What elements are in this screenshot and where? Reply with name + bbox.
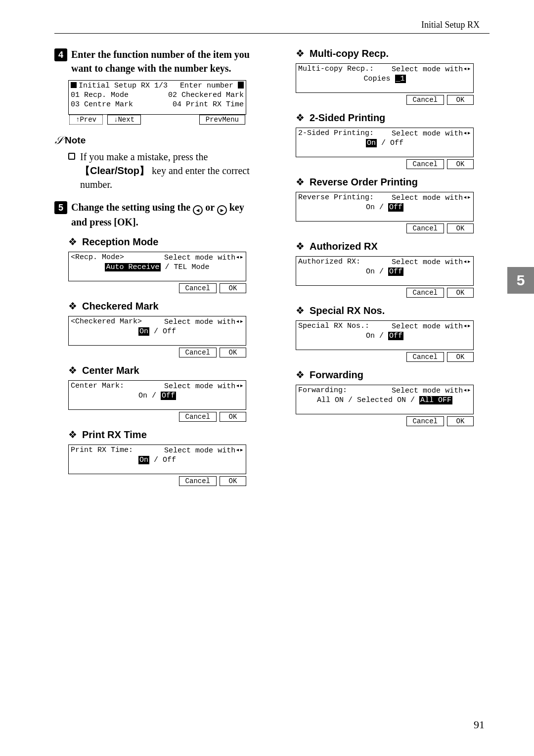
- value-rest: / Off: [149, 456, 176, 464]
- lcd-title: <Checkered Mark>: [71, 317, 142, 327]
- heading-special: Special RX Nos.: [310, 305, 385, 316]
- left-column: 4 Enter the function number of the item …: [54, 47, 262, 490]
- lcd-initial-menu: Initial Setup RX 1/3 Enter number 01 Rec…: [68, 80, 246, 125]
- cancel-button[interactable]: Cancel: [406, 223, 444, 233]
- ok-button[interactable]: OK: [220, 348, 246, 357]
- value-rest: / Off: [149, 327, 176, 336]
- lcd-reverse: Reverse Printing: Select mode with◂▸ On …: [296, 192, 474, 233]
- ok-button[interactable]: OK: [447, 223, 474, 233]
- cursor-icon: [238, 82, 244, 89]
- value-pre: On /: [366, 203, 388, 212]
- lcd-title: Authorized RX:: [298, 258, 360, 267]
- diamond-icon: ❖: [296, 305, 305, 316]
- cancel-button[interactable]: Cancel: [406, 95, 444, 105]
- left-right-icon: ◂▸: [463, 65, 471, 74]
- diamond-icon: ❖: [296, 112, 305, 124]
- heading-checkered-mark: Checkered Mark: [82, 301, 159, 312]
- page-number: 91: [474, 718, 485, 731]
- ok-button[interactable]: OK: [447, 416, 474, 426]
- cancel-button[interactable]: Cancel: [179, 348, 217, 357]
- cancel-button[interactable]: Cancel: [179, 283, 217, 293]
- menu-icon: [71, 82, 77, 88]
- heading-multicopy: Multi-copy Recp.: [310, 48, 389, 59]
- heading-reception-mode: Reception Mode: [82, 236, 158, 248]
- value-pre: On /: [366, 267, 388, 276]
- menu-item-01: 01 Recp. Mode: [71, 91, 129, 100]
- diamond-icon: ❖: [296, 47, 305, 59]
- note-body: If you make a mistake, press the 【Clear/…: [68, 150, 262, 191]
- lcd-menu-title: Initial Setup RX 1/3: [79, 82, 168, 90]
- left-right-icon: ◂▸: [463, 322, 471, 331]
- cancel-button[interactable]: Cancel: [179, 412, 217, 422]
- note-heading: 𝒮 Note: [54, 134, 262, 147]
- ok-button[interactable]: OK: [220, 283, 246, 293]
- prevmenu-button[interactable]: PrevMenu: [199, 115, 245, 125]
- selected-value: Off: [388, 267, 403, 276]
- cancel-button[interactable]: Cancel: [179, 476, 217, 486]
- ok-button[interactable]: OK: [220, 412, 246, 422]
- right-arrow-icon: ▸: [217, 205, 227, 215]
- left-right-icon: ◂▸: [235, 446, 244, 455]
- lcd-menu-prompt: Enter number: [180, 82, 233, 90]
- selected-value: Auto Receive: [105, 263, 160, 271]
- note-bullet-icon: [68, 153, 75, 160]
- lcd-title: Print RX Time:: [71, 446, 133, 456]
- menu-item-04: 04 Print RX Time: [173, 100, 244, 110]
- lcd-forwarding: Forwarding: Select mode with◂▸ All ON / …: [296, 385, 474, 426]
- left-right-icon: ◂▸: [463, 258, 471, 267]
- value-label: Copies: [363, 75, 395, 83]
- select-hint: Select mode with: [392, 387, 463, 395]
- select-hint: Select mode with: [392, 65, 463, 74]
- lcd-title: Forwarding:: [298, 386, 347, 396]
- select-hint: Select mode with: [164, 446, 235, 455]
- lcd-special: Special RX Nos.: Select mode with◂▸ On /…: [296, 320, 474, 362]
- running-header: Initial Setup RX: [54, 20, 490, 30]
- cancel-button[interactable]: Cancel: [406, 159, 444, 169]
- selected-value: _1: [395, 75, 406, 83]
- prev-button[interactable]: ↑Prev: [69, 115, 103, 125]
- ok-button[interactable]: OK: [447, 288, 474, 298]
- right-column: ❖Multi-copy Recp. Multi-copy Recp.: Sele…: [282, 47, 490, 490]
- lcd-title: Multi-copy Recp.:: [298, 65, 374, 75]
- ok-button[interactable]: OK: [447, 95, 474, 105]
- menu-item-03: 03 Centre Mark: [71, 100, 133, 110]
- chapter-tab: 5: [507, 267, 534, 294]
- lcd-title: <Recp. Mode>: [71, 253, 124, 263]
- left-right-icon: ◂▸: [235, 253, 244, 262]
- lcd-center-mark: Center Mark: Select mode with◂▸ On / Off…: [68, 380, 246, 422]
- diamond-icon: ❖: [296, 240, 305, 252]
- lcd-authorized: Authorized RX: Select mode with◂▸ On / O…: [296, 256, 474, 298]
- step-4: 4 Enter the function number of the item …: [54, 47, 262, 75]
- value-rest: / TEL Mode: [161, 263, 210, 271]
- lcd-checkered-mark: <Checkered Mark> Select mode with◂▸ On /…: [68, 316, 246, 357]
- next-button[interactable]: ↓Next: [107, 115, 141, 125]
- select-hint: Select mode with: [164, 318, 235, 326]
- diamond-icon: ❖: [68, 429, 77, 441]
- ok-button[interactable]: OK: [220, 476, 246, 486]
- step-5-text-b: or: [203, 202, 217, 213]
- selected-value: On: [138, 456, 149, 464]
- selected-value: On: [366, 139, 377, 147]
- select-hint: Select mode with: [392, 194, 463, 202]
- cancel-button[interactable]: Cancel: [406, 352, 444, 362]
- value-rest: / Off: [377, 139, 403, 147]
- select-hint: Select mode with: [392, 322, 463, 331]
- step-5: 5 Change the setting using the ◂ or ▸ ke…: [54, 200, 262, 229]
- heading-print-rx-time: Print RX Time: [82, 429, 147, 441]
- step-5-text-a: Change the setting using the: [71, 202, 193, 213]
- note-icon: 𝒮: [54, 134, 62, 147]
- note-label: Note: [65, 135, 86, 146]
- step-4-text: Enter the function number of the item yo…: [71, 47, 262, 75]
- selected-value: Off: [388, 203, 403, 212]
- cancel-button[interactable]: Cancel: [406, 288, 444, 298]
- ok-button[interactable]: OK: [447, 352, 474, 362]
- ok-button[interactable]: OK: [447, 159, 474, 169]
- lcd-title: Center Mark:: [71, 382, 124, 392]
- cancel-button[interactable]: Cancel: [406, 416, 444, 426]
- diamond-icon: ❖: [68, 236, 77, 248]
- lcd-2sided: 2-Sided Printing: Select mode with◂▸ On …: [296, 128, 474, 169]
- heading-reverse: Reverse Order Printing: [310, 177, 418, 188]
- selected-value: Off: [161, 392, 176, 400]
- diamond-icon: ❖: [68, 300, 77, 312]
- header-rule: [54, 33, 490, 34]
